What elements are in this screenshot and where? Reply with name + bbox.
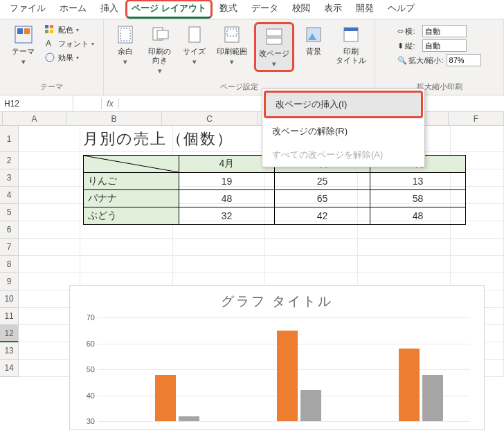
breaks-button[interactable]: 改ページ▾ bbox=[254, 22, 294, 72]
size-icon bbox=[183, 24, 206, 46]
row-header-12[interactable]: 12 bbox=[0, 325, 19, 342]
size-button[interactable]: サイズ▾ bbox=[179, 22, 210, 68]
bar bbox=[277, 331, 298, 421]
row-header-7[interactable]: 7 bbox=[0, 239, 19, 256]
svg-rect-12 bbox=[157, 30, 168, 39]
zoom-label: 🔍 拡大/縮小: bbox=[397, 55, 443, 66]
y-tick: 40 bbox=[77, 391, 95, 400]
row-header-1[interactable]: 1 bbox=[0, 126, 19, 152]
ribbon-tabs: ファイル ホーム 挿入 ページ レイアウト 数式 データ 校閲 表示 開発 ヘル… bbox=[0, 0, 504, 19]
svg-rect-17 bbox=[267, 38, 282, 44]
width-input[interactable] bbox=[422, 25, 467, 37]
bar bbox=[155, 375, 176, 422]
chart[interactable]: グラフ タイトル 3040506070 bbox=[69, 285, 485, 430]
svg-text:A: A bbox=[46, 39, 51, 48]
height-input[interactable] bbox=[422, 39, 467, 52]
colors-icon bbox=[44, 24, 55, 35]
tab-insert[interactable]: 挿入 bbox=[93, 0, 125, 19]
menu-reset-breaks: すべての改ページを解除(A) bbox=[262, 143, 424, 167]
worksheet[interactable]: ABCDEF 1234567891011121314 月別の売上（個数） 4月5… bbox=[0, 112, 504, 377]
svg-rect-5 bbox=[45, 30, 48, 33]
fonts-button[interactable]: Aフォント▾ bbox=[43, 37, 96, 50]
svg-rect-4 bbox=[50, 25, 53, 28]
col-header-A[interactable]: A bbox=[3, 112, 66, 125]
col-header-C[interactable]: C bbox=[162, 112, 258, 125]
themes-icon bbox=[12, 24, 35, 46]
svg-rect-16 bbox=[267, 29, 282, 36]
orientation-icon bbox=[149, 24, 171, 46]
effects-button[interactable]: 効果▾ bbox=[43, 51, 96, 64]
print-titles-icon bbox=[340, 24, 362, 46]
tab-developer[interactable]: 開発 bbox=[349, 0, 381, 19]
breaks-icon bbox=[263, 26, 285, 48]
tab-data[interactable]: データ bbox=[244, 0, 285, 19]
row-header-4[interactable]: 4 bbox=[0, 187, 19, 204]
zoom-input[interactable] bbox=[447, 54, 481, 66]
menu-insert-break[interactable]: 改ページの挿入(I) bbox=[264, 91, 423, 118]
margins-button[interactable]: 余白▾ bbox=[110, 22, 141, 68]
group-scale: ⬄ 横: ⬍ 縦: 🔍 拡大/縮小: 拡大縮小印刷 bbox=[375, 19, 504, 95]
group-page-setup: 余白▾ 印刷の 向き▾ サイズ▾ 印刷範囲▾ 改ページ▾ 背景 印刷 タイトル … bbox=[104, 19, 375, 95]
col-header-F[interactable]: F bbox=[449, 112, 504, 125]
themes-button[interactable]: テーマ▾ bbox=[8, 22, 39, 68]
tab-formulas[interactable]: 数式 bbox=[213, 0, 244, 19]
chart-plot-area: 3040506070 bbox=[98, 317, 484, 421]
svg-point-8 bbox=[46, 53, 54, 62]
svg-rect-3 bbox=[45, 25, 48, 28]
svg-rect-6 bbox=[50, 30, 53, 33]
bar bbox=[399, 349, 420, 421]
group-theme: テーマ▾ 配色▾ Aフォント▾ 効果▾ テーマ bbox=[0, 19, 104, 95]
width-label: ⬄ 横: bbox=[397, 26, 420, 37]
tab-review[interactable]: 校閲 bbox=[285, 0, 317, 19]
svg-rect-9 bbox=[118, 26, 132, 43]
background-icon bbox=[303, 24, 325, 46]
col-header-B[interactable]: B bbox=[66, 112, 162, 125]
orientation-button[interactable]: 印刷の 向き▾ bbox=[145, 22, 175, 77]
svg-rect-21 bbox=[344, 28, 358, 31]
row-header-11[interactable]: 11 bbox=[0, 308, 19, 325]
row-header-13[interactable]: 13 bbox=[0, 342, 19, 360]
tab-file[interactable]: ファイル bbox=[3, 0, 53, 19]
bar bbox=[179, 416, 199, 422]
fx-button[interactable]: fx bbox=[102, 99, 118, 109]
name-box[interactable]: H12 bbox=[0, 95, 73, 111]
height-label: ⬍ 縦: bbox=[397, 41, 420, 51]
y-tick: 70 bbox=[77, 313, 95, 322]
row-header-3[interactable]: 3 bbox=[0, 169, 19, 187]
bar bbox=[300, 390, 321, 421]
margins-icon bbox=[114, 24, 136, 46]
bar bbox=[422, 375, 443, 422]
tab-view[interactable]: 表示 bbox=[317, 0, 349, 19]
tab-help[interactable]: ヘルプ bbox=[381, 0, 422, 19]
group-theme-label: テーマ bbox=[4, 80, 99, 93]
breaks-menu: 改ページの挿入(I) 改ページの解除(R) すべての改ページを解除(A) bbox=[262, 89, 425, 167]
y-tick: 30 bbox=[77, 417, 95, 425]
row-header-10[interactable]: 10 bbox=[0, 290, 19, 308]
colors-button[interactable]: 配色▾ bbox=[43, 24, 96, 36]
row-header-8[interactable]: 8 bbox=[0, 256, 19, 273]
print-titles-button[interactable]: 印刷 タイトル bbox=[333, 22, 369, 66]
fonts-icon: A bbox=[44, 38, 55, 49]
print-area-icon bbox=[221, 24, 243, 46]
row-header-6[interactable]: 6 bbox=[0, 221, 19, 239]
background-button[interactable]: 背景 bbox=[298, 22, 329, 57]
svg-rect-2 bbox=[24, 28, 30, 34]
ribbon: テーマ▾ 配色▾ Aフォント▾ 効果▾ テーマ 余白▾ 印刷の 向き▾ サイズ▾… bbox=[0, 19, 504, 95]
formula-bar: H12 fx bbox=[0, 95, 504, 112]
svg-rect-1 bbox=[17, 28, 23, 34]
tab-page-layout[interactable]: ページ レイアウト bbox=[125, 0, 213, 19]
svg-line-22 bbox=[84, 156, 179, 172]
row-header-14[interactable]: 14 bbox=[0, 360, 19, 377]
y-tick: 50 bbox=[77, 365, 95, 373]
chart-title: グラフ タイトル bbox=[70, 286, 484, 317]
row-header-2[interactable]: 2 bbox=[0, 152, 19, 169]
effects-icon bbox=[44, 52, 55, 63]
row-header-5[interactable]: 5 bbox=[0, 204, 19, 221]
tab-home[interactable]: ホーム bbox=[53, 0, 93, 19]
y-tick: 60 bbox=[77, 340, 95, 348]
menu-remove-break[interactable]: 改ページの解除(R) bbox=[262, 120, 424, 143]
print-area-button[interactable]: 印刷範囲▾ bbox=[214, 22, 250, 68]
svg-rect-13 bbox=[189, 27, 200, 42]
row-header-9[interactable]: 9 bbox=[0, 273, 19, 290]
